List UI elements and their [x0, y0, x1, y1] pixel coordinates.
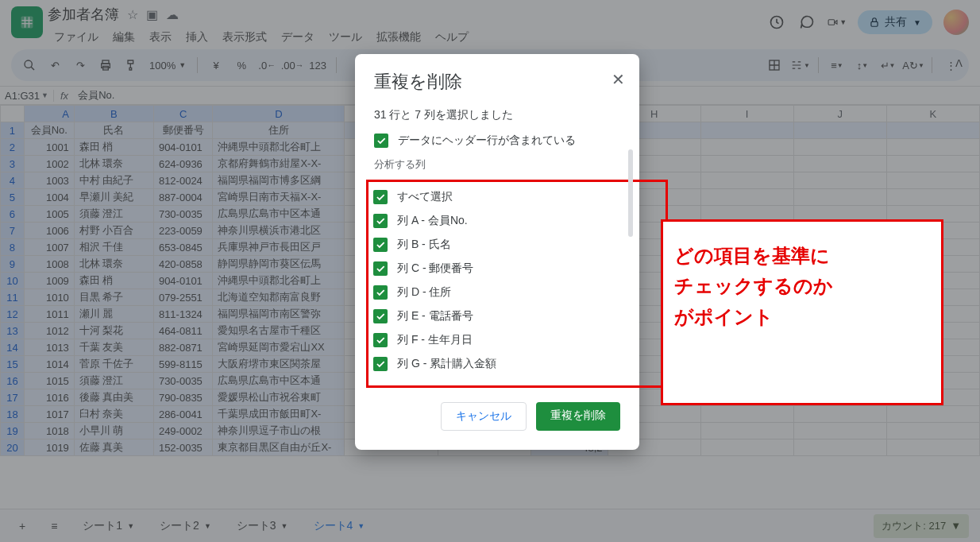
cell-C5[interactable]: 887-0004 [153, 189, 213, 206]
cell-C18[interactable]: 286-0041 [153, 406, 213, 423]
cell-A16[interactable]: 1015 [24, 373, 74, 389]
row-header[interactable]: 17 [1, 389, 25, 406]
row-header[interactable]: 1 [1, 122, 25, 139]
cell-B2[interactable]: 森田 梢 [74, 139, 153, 156]
cell-D13[interactable]: 愛知県名古屋市千種区 [213, 323, 345, 339]
cell-J20[interactable] [793, 439, 886, 456]
sheets-logo[interactable] [11, 6, 43, 38]
col-header-A[interactable]: A [24, 106, 74, 122]
cell-I2[interactable] [700, 139, 793, 156]
row-header[interactable]: 5 [1, 189, 25, 206]
cell-A6[interactable]: 1005 [24, 206, 74, 223]
cell-A17[interactable]: 1016 [24, 389, 74, 406]
cell-B12[interactable]: 瀬川 麗 [74, 306, 153, 323]
history-icon[interactable] [767, 13, 786, 32]
cell-C9[interactable]: 420-0858 [153, 256, 213, 273]
cell-I3[interactable] [700, 156, 793, 172]
col-a-checkbox[interactable] [373, 214, 388, 228]
cell-A19[interactable]: 1018 [24, 423, 74, 439]
cell-A9[interactable]: 1008 [24, 256, 74, 273]
row-header[interactable]: 4 [1, 172, 25, 189]
col-header-K[interactable]: K [886, 106, 979, 122]
close-icon[interactable]: ✕ [612, 70, 625, 89]
cell-C15[interactable]: 599-8115 [153, 356, 213, 373]
cell-A8[interactable]: 1007 [24, 239, 74, 256]
menu-tools[interactable]: ツール [322, 27, 368, 48]
cell-D17[interactable]: 愛媛県松山市祝谷東町 [213, 389, 345, 406]
cell-B19[interactable]: 小早川 萌 [74, 423, 153, 439]
menu-view[interactable]: 表示 [143, 27, 178, 48]
avatar[interactable] [943, 10, 969, 35]
row-header[interactable]: 7 [1, 223, 25, 239]
cell-D1[interactable]: 住所 [213, 122, 345, 139]
cell-B13[interactable]: 十河 梨花 [74, 323, 153, 339]
cell-D4[interactable]: 福岡県福岡市博多区綱 [213, 172, 345, 189]
cell-B7[interactable]: 村野 小百合 [74, 223, 153, 239]
star-icon[interactable]: ☆ [127, 7, 138, 22]
col-header-D[interactable]: D [213, 106, 345, 122]
cell-A10[interactable]: 1009 [24, 273, 74, 289]
cell-J5[interactable] [793, 189, 886, 206]
cell-D11[interactable]: 北海道空知郡南富良野 [213, 289, 345, 306]
cell-A18[interactable]: 1017 [24, 406, 74, 423]
cell-D5[interactable]: 宮崎県日南市天福X-X- [213, 189, 345, 206]
cell-B5[interactable]: 早瀬川 美紀 [74, 189, 153, 206]
cell-C13[interactable]: 464-0811 [153, 323, 213, 339]
cell-J4[interactable] [793, 172, 886, 189]
cell-K20[interactable] [886, 439, 979, 456]
col-c-checkbox[interactable] [373, 261, 388, 276]
cell-K18[interactable] [886, 406, 979, 423]
cell-D3[interactable]: 京都府舞鶴市紺屋X-X- [213, 156, 345, 172]
cell-B17[interactable]: 後藤 真由美 [74, 389, 153, 406]
row-header[interactable]: 8 [1, 239, 25, 256]
cell-A1[interactable]: 会員No. [24, 122, 74, 139]
cell-I19[interactable] [700, 423, 793, 439]
row-header[interactable]: 3 [1, 156, 25, 172]
cell-C8[interactable]: 653-0845 [153, 239, 213, 256]
search-icon[interactable] [19, 55, 40, 75]
cell-C17[interactable]: 790-0835 [153, 389, 213, 406]
cell-C2[interactable]: 904-0101 [153, 139, 213, 156]
cell-K19[interactable] [886, 423, 979, 439]
count-pill[interactable]: カウント: 217▼ [874, 514, 969, 538]
cell-B11[interactable]: 目黒 希子 [74, 289, 153, 306]
borders-icon[interactable] [764, 55, 785, 75]
row-header[interactable]: 16 [1, 373, 25, 389]
cell-B20[interactable]: 佐藤 真美 [74, 439, 153, 456]
cell-K2[interactable] [886, 139, 979, 156]
row-header[interactable]: 11 [1, 289, 25, 306]
menu-data[interactable]: データ [275, 27, 321, 48]
cell-K4[interactable] [886, 172, 979, 189]
share-button[interactable]: 共有 ▼ [858, 10, 932, 34]
cell-D12[interactable]: 福岡県福岡市南区警弥 [213, 306, 345, 323]
row-header[interactable]: 14 [1, 339, 25, 356]
menu-edit[interactable]: 編集 [106, 27, 141, 48]
row-header[interactable]: 2 [1, 139, 25, 156]
cell-B6[interactable]: 須藤 澄江 [74, 206, 153, 223]
more-formats-icon[interactable]: 123 [307, 55, 328, 75]
cell-A13[interactable]: 1012 [24, 323, 74, 339]
cell-A12[interactable]: 1011 [24, 306, 74, 323]
header-row-checkbox[interactable] [374, 134, 388, 148]
menu-format[interactable]: 表示形式 [216, 27, 273, 48]
col-f-checkbox[interactable] [373, 333, 388, 347]
cell-C6[interactable]: 730-0035 [153, 206, 213, 223]
col-header-B[interactable]: B [74, 106, 153, 122]
col-header-I[interactable]: I [700, 106, 793, 122]
row-header[interactable]: 19 [1, 423, 25, 439]
cell-D2[interactable]: 沖縄県中頭郡北谷町上 [213, 139, 345, 156]
cell-A11[interactable]: 1010 [24, 289, 74, 306]
cell-B18[interactable]: 臼村 奈美 [74, 406, 153, 423]
col-g-checkbox[interactable] [373, 357, 388, 371]
cell-B10[interactable]: 森田 梢 [74, 273, 153, 289]
cell-B9[interactable]: 北林 環奈 [74, 256, 153, 273]
cell-D8[interactable]: 兵庫県神戸市長田区戸 [213, 239, 345, 256]
cell-I5[interactable] [700, 189, 793, 206]
cell-K1[interactable] [886, 122, 979, 139]
row-header[interactable]: 13 [1, 323, 25, 339]
cell-C11[interactable]: 079-2551 [153, 289, 213, 306]
menu-file[interactable]: ファイル [48, 27, 105, 48]
cell-D9[interactable]: 静岡県静岡市葵区伝馬 [213, 256, 345, 273]
dialog-scrollbar[interactable] [628, 149, 633, 394]
cancel-button[interactable]: キャンセル [441, 402, 527, 431]
